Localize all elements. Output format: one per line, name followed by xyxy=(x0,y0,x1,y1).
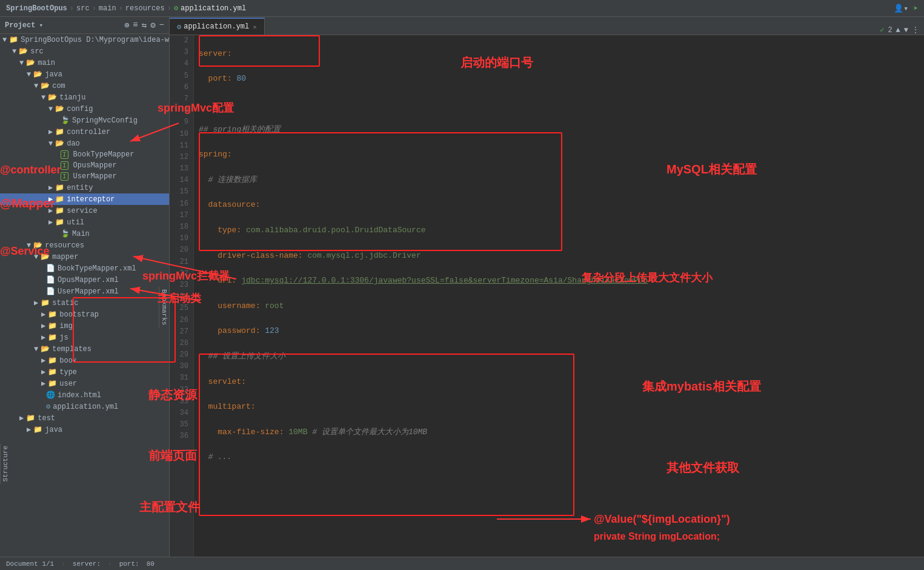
folder-icon-main: 📂 xyxy=(26,58,35,67)
tree-templates[interactable]: ▼ 📂 templates xyxy=(0,343,169,355)
title-bar: SpringBootOpus › src › main › resources … xyxy=(0,0,924,17)
arrow-down-icon: ▼ xyxy=(2,36,7,44)
code-line-3: port: 80 xyxy=(199,73,919,86)
tree-booktypemapper[interactable]: I BookTypeMapper xyxy=(0,149,169,160)
bc-src: src xyxy=(76,4,90,13)
code-line-6: spring: xyxy=(199,149,919,161)
tree-main[interactable]: ▼ 📂 main xyxy=(0,57,169,69)
tree-tianju[interactable]: ▼ 📂 tianju xyxy=(0,92,169,103)
tree-opusmapper[interactable]: I OpusMapper xyxy=(0,160,169,171)
tree-bootstrap[interactable]: ▶ 📁 bootstrap xyxy=(0,309,169,320)
tree-entity[interactable]: ▶ 📁 entity xyxy=(0,182,169,193)
tree-java[interactable]: ▼ 📂 java xyxy=(0,69,169,80)
tree-index-html[interactable]: 🌐 index.html xyxy=(0,389,169,401)
arrow-right-interceptor: ▶ xyxy=(48,195,53,204)
tree-dao[interactable]: ▼ 📂 dao xyxy=(0,138,169,149)
tree-js[interactable]: ▶ 📁 js xyxy=(0,332,169,343)
tree-usermapper-xml[interactable]: 📄 UserMapper.xml xyxy=(0,286,169,297)
tree-opusmapper-xml[interactable]: 📄 OpusMapper.xml xyxy=(0,274,169,286)
tab-close-btn[interactable]: ✕ xyxy=(253,23,257,31)
tree-test[interactable]: ▶ 📁 test xyxy=(0,412,169,424)
usermapper-xml-label: UserMapper.xml xyxy=(58,287,119,296)
sep1: › xyxy=(70,4,74,13)
tree-usermapper[interactable]: I UserMapper xyxy=(0,171,169,182)
resources-label: resources xyxy=(45,241,84,250)
img-label: img xyxy=(59,322,73,330)
checkmark-icon: ✓ xyxy=(880,25,884,35)
code-editor[interactable]: 2 3 4 5 6 7 8 9 10 11 12 13 14 15 16 17 xyxy=(170,35,924,557)
sync-icon[interactable]: ⊕ xyxy=(124,20,129,30)
green-arrow-icon[interactable]: ➤ xyxy=(913,4,918,13)
tree-service[interactable]: ▶ 📁 service xyxy=(0,205,169,216)
expand-icon[interactable]: ⇆ xyxy=(142,20,147,30)
application-yml-label: application.yml xyxy=(53,403,118,411)
tree-icon[interactable]: ≡ xyxy=(133,20,138,30)
tree-static[interactable]: ▶ 📁 static xyxy=(0,297,169,309)
tree-src[interactable]: ▼ 📂 src xyxy=(0,45,169,57)
arrow-right-book: ▶ xyxy=(41,356,45,365)
tree-img[interactable]: ▶ 📁 img xyxy=(0,320,169,332)
tree-user[interactable]: ▶ 📁 user xyxy=(0,378,169,389)
folder-icon-user: 📁 xyxy=(48,379,57,388)
static-label: static xyxy=(52,299,78,307)
breadcrumb: SpringBootOpus › src › main › resources … xyxy=(6,4,246,13)
more-icon[interactable]: ⋮ xyxy=(912,25,919,35)
java-icon-usermapper: I xyxy=(61,172,68,181)
tree-booktypemapper-xml[interactable]: 📄 BookTypeMapper.xml xyxy=(0,263,169,274)
js-label: js xyxy=(59,334,68,342)
arrow-right-util: ▶ xyxy=(48,218,53,227)
expand-tab-icon[interactable]: ▲ xyxy=(896,26,900,35)
dao-label: dao xyxy=(67,139,80,148)
tree-test-java[interactable]: ▶ 📁 java xyxy=(0,424,169,435)
tab-right-icons: ✓ 2 ▲ ▼ ⋮ xyxy=(875,25,924,35)
close-icon[interactable]: − xyxy=(159,20,164,30)
user-icon[interactable]: 👤▾ xyxy=(894,4,908,13)
folder-icon-src: 📂 xyxy=(19,47,28,56)
tree-resources[interactable]: ▼ 📂 resources xyxy=(0,240,169,251)
root-label: SpringBootOpus D:\Myprogram\idea-workspa… xyxy=(21,36,170,44)
port-label-status: port: xyxy=(119,560,139,568)
project-name: SpringBootOpus xyxy=(6,4,67,13)
code-line-22 xyxy=(199,552,919,557)
bookmarks-tab[interactable]: Bookmarks xyxy=(159,287,169,327)
spring-icon-mvc: 🍃 xyxy=(61,116,70,125)
settings-icon[interactable]: ⚙ xyxy=(150,20,155,30)
entity-label: entity xyxy=(67,184,93,192)
bc-file: application.yml xyxy=(181,4,246,13)
springmvcconfig-label: SpringMvcConfig xyxy=(72,116,138,125)
tree-book[interactable]: ▶ 📁 book xyxy=(0,355,169,366)
java-icon-booktypemapper: I xyxy=(61,150,68,159)
editor-area: ⚙ application.yml ✕ ✓ 2 ▲ ▼ ⋮ 2 3 4 5 6 xyxy=(170,17,924,557)
mainclass-label: Main xyxy=(72,230,90,238)
tab-application-yml[interactable]: ⚙ application.yml ✕ xyxy=(170,18,265,35)
sidebar-tree: ▼ 📁 SpringBootOpus D:\Myprogram\idea-wor… xyxy=(0,34,169,435)
tree-controller[interactable]: ▶ 📁 controller xyxy=(0,126,169,138)
folder-icon-interceptor: 📁 xyxy=(55,195,64,204)
arrow-down-java: ▼ xyxy=(27,70,31,79)
folder-icon-controller: 📁 xyxy=(55,127,64,136)
folder-icon-mapper: 📂 xyxy=(41,252,50,261)
tianju-label: tianju xyxy=(59,93,85,102)
arrow-down-tianju: ▼ xyxy=(41,93,45,102)
structure-tab[interactable]: Structure xyxy=(0,443,10,484)
tree-type[interactable]: ▶ 📁 type xyxy=(0,366,169,378)
collapse-tab-icon[interactable]: ▼ xyxy=(904,26,908,35)
arrow-down-main: ▼ xyxy=(19,59,24,67)
tree-springmvcconfig[interactable]: 🍃 SpringMvcConfig xyxy=(0,115,169,126)
server-label: server: xyxy=(73,560,101,568)
tree-com[interactable]: ▼ 📂 com xyxy=(0,80,169,92)
tree-util[interactable]: ▶ 📁 util xyxy=(0,216,169,228)
tree-config[interactable]: ▼ 📂 config xyxy=(0,103,169,115)
tree-application-yml[interactable]: ⚙ application.yml xyxy=(0,401,169,412)
code-line-20 xyxy=(199,501,919,514)
tree-mapper-folder[interactable]: ▼ 📂 mapper xyxy=(0,251,169,263)
dropdown-arrow[interactable]: ▾ xyxy=(39,21,43,29)
code-line-14: ## 设置上传文件大小 xyxy=(199,350,919,363)
arrow-down-templates: ▼ xyxy=(34,345,38,354)
tree-mainclass[interactable]: 🍃 Main xyxy=(0,228,169,240)
tree-root[interactable]: ▼ 📁 SpringBootOpus D:\Myprogram\idea-wor… xyxy=(0,34,169,45)
doc-info: Document 1/1 xyxy=(6,560,54,568)
folder-icon-book: 📁 xyxy=(48,356,57,365)
tree-interceptor[interactable]: ▶ 📁 interceptor xyxy=(0,193,169,205)
arrow-right-test-java: ▶ xyxy=(27,425,31,434)
